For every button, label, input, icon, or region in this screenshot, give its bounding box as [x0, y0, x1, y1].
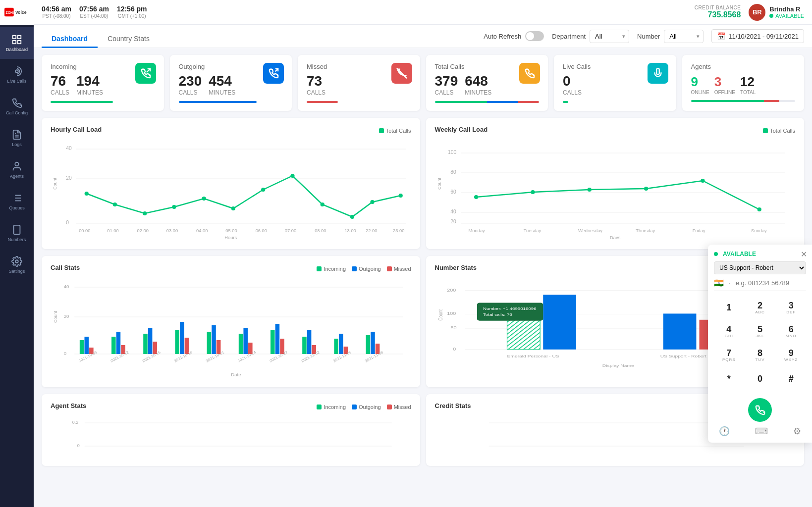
- sidebar-item-logs[interactable]: Logs: [0, 122, 34, 154]
- svg-rect-104: [275, 324, 280, 354]
- time-pst: 04:56 am PST (-08:00): [42, 5, 71, 19]
- dial-btn-2[interactable]: 2ABC: [745, 296, 775, 319]
- sidebar-item-callconfig[interactable]: Call Config: [0, 91, 34, 122]
- svg-point-19: [15, 260, 18, 263]
- svg-text:100: 100: [447, 150, 456, 155]
- dialpad-keypad-icon[interactable]: ⌨: [755, 426, 768, 437]
- time-pst-value: 04:56 am: [42, 5, 71, 13]
- sidebar-label-callconfig: Call Config: [6, 110, 28, 115]
- dial-btn-4[interactable]: 4GHI: [714, 320, 744, 343]
- dialpad-close[interactable]: ✕: [801, 250, 807, 259]
- svg-point-33: [202, 197, 206, 201]
- dial-btn-7[interactable]: 7PQRS: [714, 344, 744, 366]
- dial-btn-9[interactable]: 9WXYZ: [776, 344, 806, 366]
- stat-icon-outgoing: [263, 63, 284, 84]
- chart-title-creditstats: Credit Stats: [435, 402, 471, 409]
- sidebar-item-queues[interactable]: Queues: [0, 186, 34, 217]
- svg-text:00:00: 00:00: [79, 228, 90, 233]
- user-info[interactable]: BR Brindha R AVAILABLE: [749, 4, 804, 21]
- svg-point-70: [757, 207, 761, 211]
- sidebar-item-livecalls[interactable]: Live Calls: [0, 59, 34, 91]
- legend-dot-outgoing: [352, 266, 357, 271]
- number-label: Number: [637, 33, 660, 40]
- svg-point-38: [350, 215, 354, 219]
- tab-dashboard[interactable]: Dashboard: [42, 31, 98, 48]
- sidebar-item-dashboard[interactable]: Dashboard: [0, 27, 34, 59]
- svg-text:Total calls: 76: Total calls: 76: [483, 312, 512, 317]
- legend-label-total: Total Calls: [386, 128, 411, 134]
- dial-btn-3[interactable]: 3DEF: [776, 296, 806, 319]
- dial-btn-hash[interactable]: #: [776, 367, 806, 390]
- svg-point-32: [172, 205, 176, 209]
- svg-rect-113: [371, 332, 375, 354]
- svg-rect-95: [180, 322, 184, 354]
- dial-btn-0[interactable]: 0: [745, 367, 775, 390]
- svg-text:0: 0: [66, 220, 69, 225]
- date-range-picker[interactable]: 📅 11/10/2021 - 09/11/2021: [711, 29, 804, 43]
- auto-refresh-toggle[interactable]: [525, 31, 544, 41]
- svg-text:Wednesday: Wednesday: [578, 228, 602, 233]
- dialpad-settings-icon[interactable]: ⚙: [793, 426, 801, 437]
- svg-text:05:00: 05:00: [225, 228, 237, 233]
- sidebar-label-settings: Settings: [9, 269, 25, 274]
- svg-text:06:00: 06:00: [256, 228, 267, 233]
- number-select[interactable]: All: [664, 30, 704, 43]
- chart-title-callstats: Call Stats: [51, 264, 80, 271]
- svg-point-65: [474, 195, 478, 199]
- sidebar-item-numbers[interactable]: Numbers: [0, 217, 34, 249]
- toggle-knob: [526, 32, 534, 40]
- svg-text:60: 60: [450, 189, 456, 195]
- svg-text:Count: Count: [437, 178, 442, 190]
- calendar-icon: 📅: [717, 32, 725, 40]
- legend-dot-agent-incoming: [317, 405, 322, 409]
- svg-point-40: [399, 194, 403, 198]
- legend-outgoing-label: Outgoing: [359, 266, 381, 272]
- stat-num-incoming-calls: 76 CALLS: [51, 74, 69, 96]
- svg-text:Count: Count: [53, 178, 57, 190]
- dial-btn-5[interactable]: 5JKL: [745, 320, 775, 343]
- time-est-zone: EST (-04:00): [80, 13, 108, 19]
- agents-online-num: 9: [691, 74, 709, 90]
- sidebar-item-agents[interactable]: Agents: [0, 154, 34, 186]
- stat-card-missed: Missed 73 CALLS: [298, 55, 420, 111]
- svg-text:20: 20: [450, 219, 456, 224]
- dialpad-call-button[interactable]: [748, 398, 772, 422]
- sidebar-item-settings[interactable]: Settings: [0, 249, 34, 281]
- charts-row-3: Agent Stats Incoming Outgoing: [42, 394, 804, 466]
- dial-btn-8[interactable]: 8TUV: [745, 344, 775, 366]
- svg-rect-94: [175, 330, 179, 354]
- dial-btn-1[interactable]: 1: [714, 296, 744, 319]
- dialpad-caller-select[interactable]: US Support - Robert: [714, 261, 806, 274]
- svg-text:13:00: 13:00: [344, 228, 356, 233]
- dialpad-number-input[interactable]: [736, 279, 812, 287]
- svg-rect-3: [13, 36, 16, 39]
- svg-text:Sunday: Sunday: [751, 228, 767, 233]
- svg-text:Tuesday: Tuesday: [523, 228, 541, 233]
- svg-point-7: [15, 70, 18, 73]
- chart-hourly: Hourly Call Load Total Calls 40 20 0: [42, 118, 420, 249]
- dialpad-history-icon[interactable]: 🕐: [719, 426, 730, 437]
- department-select[interactable]: All: [590, 30, 629, 43]
- stat-bar-totalcalls: [435, 101, 540, 103]
- svg-text:0: 0: [77, 443, 80, 448]
- number-select-wrapper: All ▾: [664, 30, 704, 43]
- dial-btn-6[interactable]: 6MNO: [776, 320, 806, 343]
- svg-text:Display Name: Display Name: [602, 363, 634, 368]
- svg-text:40: 40: [66, 146, 72, 151]
- svg-text:0: 0: [453, 347, 456, 352]
- svg-text:ZOHO: ZOHO: [6, 11, 16, 14]
- dialpad-panel: AVAILABLE ✕ US Support - Robert 🇮🇳 · 1 2…: [708, 245, 812, 443]
- date-range-value: 11/10/2021 - 09/11/2021: [728, 33, 799, 40]
- agents-total-num: 12: [740, 74, 756, 90]
- legend-outgoing: Outgoing: [352, 266, 381, 272]
- sidebar-label-dashboard: Dashboard: [6, 47, 28, 52]
- chart-legend-callstats: Incoming Outgoing Missed: [317, 266, 411, 272]
- header-right: CREDIT BALANCE 735.8568 BR Brindha R AVA…: [695, 4, 804, 21]
- svg-point-66: [531, 190, 535, 194]
- dial-btn-star[interactable]: *: [714, 367, 744, 390]
- tab-countrystats[interactable]: Country Stats: [98, 31, 160, 48]
- svg-text:US Support - Robert: US Support - Robert: [660, 354, 706, 358]
- svg-text:03:00: 03:00: [166, 228, 178, 233]
- svg-text:08:00: 08:00: [315, 228, 326, 233]
- svg-text:200: 200: [447, 288, 456, 293]
